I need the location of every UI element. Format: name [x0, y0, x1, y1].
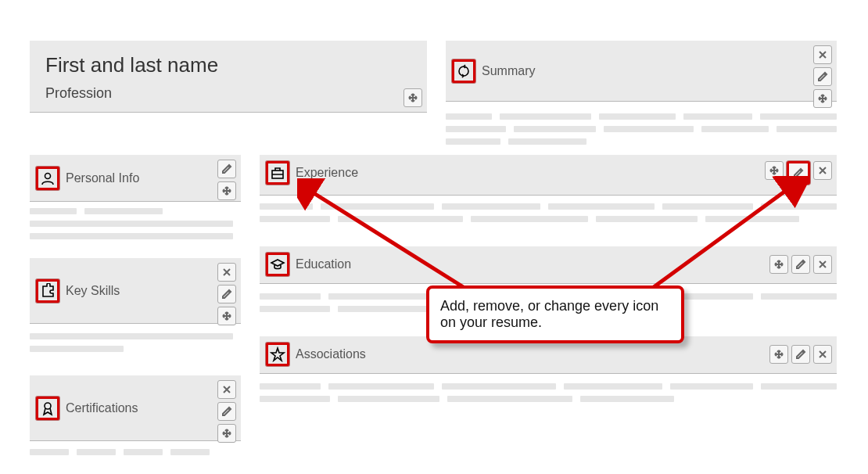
- education-section: Education: [260, 246, 837, 284]
- refresh-icon[interactable]: [452, 59, 475, 83]
- certifications-section: Certifications: [30, 375, 241, 441]
- callout-box: Add, remove, or change every icon on you…: [426, 285, 684, 343]
- edit-button[interactable]: [791, 345, 810, 364]
- key-skills-section: Key Skills: [30, 258, 241, 324]
- summary-placeholder: [446, 113, 837, 151]
- cap-icon[interactable]: [266, 253, 289, 276]
- edit-button[interactable]: [217, 402, 236, 421]
- close-button[interactable]: [813, 45, 832, 64]
- move-button[interactable]: [217, 181, 236, 200]
- close-button[interactable]: [217, 380, 236, 399]
- name-section: First and last name Profession: [30, 41, 427, 113]
- move-button[interactable]: [217, 424, 236, 443]
- move-button[interactable]: [769, 255, 788, 274]
- experience-title: Experience: [296, 166, 358, 180]
- edit-button[interactable]: [217, 160, 236, 178]
- close-button[interactable]: [813, 255, 832, 274]
- associations-title: Associations: [296, 347, 366, 361]
- experience-placeholder: [260, 203, 837, 228]
- ribbon-icon[interactable]: [36, 397, 59, 420]
- certifications-placeholder: [30, 449, 241, 461]
- briefcase-icon[interactable]: [266, 161, 289, 185]
- education-title: Education: [296, 257, 351, 271]
- certifications-title: Certifications: [66, 401, 138, 415]
- close-button[interactable]: [813, 161, 832, 180]
- associations-placeholder: [260, 383, 837, 408]
- experience-section: Experience: [260, 155, 837, 196]
- move-button[interactable]: [769, 345, 788, 364]
- move-button[interactable]: [813, 89, 832, 108]
- move-button[interactable]: [404, 88, 422, 107]
- person-icon[interactable]: [36, 167, 59, 190]
- personal-info-placeholder: [30, 208, 241, 246]
- edit-button-highlighted[interactable]: [787, 161, 810, 185]
- summary-section: Summary: [446, 41, 837, 102]
- summary-title: Summary: [482, 64, 535, 78]
- key-skills-title: Key Skills: [66, 284, 120, 298]
- personal-info-title: Personal Info: [66, 171, 139, 185]
- move-button[interactable]: [765, 161, 784, 180]
- edit-button[interactable]: [813, 67, 832, 86]
- first-last-name: First and last name: [45, 53, 411, 77]
- personal-info-section: Personal Info: [30, 155, 241, 202]
- arrow-to-icon: [297, 178, 493, 303]
- move-button[interactable]: [217, 307, 236, 325]
- puzzle-icon[interactable]: [36, 279, 59, 303]
- edit-button[interactable]: [791, 255, 810, 274]
- star-icon[interactable]: [266, 343, 289, 366]
- profession: Profession: [45, 85, 411, 102]
- key-skills-placeholder: [30, 333, 241, 358]
- close-button[interactable]: [217, 263, 236, 282]
- callout-text: Add, remove, or change every icon on you…: [440, 298, 658, 330]
- close-button[interactable]: [813, 345, 832, 364]
- edit-button[interactable]: [217, 285, 236, 303]
